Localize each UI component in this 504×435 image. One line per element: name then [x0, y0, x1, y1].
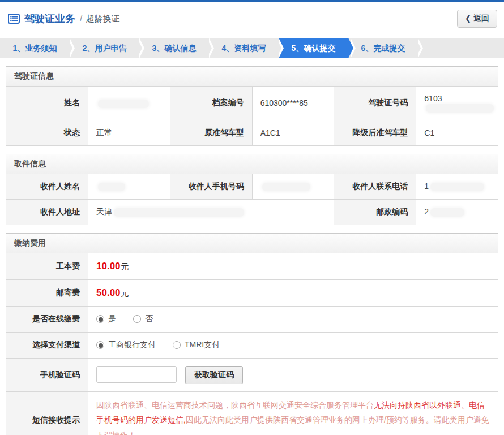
captcha-label: 手机验证码: [6, 358, 88, 391]
back-label: 返回: [473, 14, 489, 23]
text: 驾驶证号码: [368, 98, 408, 107]
text: 收件人联系电话: [352, 182, 408, 191]
text: 档案编号: [212, 98, 244, 107]
step-tab-1[interactable]: 1、业务须知: [0, 38, 70, 58]
table-row: 收件人地址天津邮政编码2: [6, 199, 498, 225]
text: 610300****85: [260, 98, 308, 107]
captcha-input[interactable]: [96, 366, 177, 383]
online-pay-options: 是否: [88, 306, 498, 332]
field-value: 610300****85: [252, 87, 334, 120]
step-tab-4[interactable]: 4、资料填写: [209, 38, 279, 58]
field-value: C1: [416, 120, 498, 145]
field-value: 正常: [88, 120, 170, 145]
back-button[interactable]: ❮返回: [457, 10, 497, 28]
radio-icon[interactable]: [96, 341, 104, 349]
radio-icon[interactable]: [96, 315, 104, 323]
text: 状态: [64, 128, 80, 137]
step-label: 6、完成提交: [361, 44, 405, 53]
text: 收件人手机号码: [189, 182, 244, 191]
pay-channel-option-2[interactable]: TMRI支付: [173, 340, 220, 350]
redacted-blur: [430, 208, 464, 217]
redacted-blur: [114, 208, 244, 217]
step-tab-3[interactable]: 3、确认信息: [139, 38, 209, 58]
step-tab-2[interactable]: 2、用户申告: [70, 38, 139, 58]
pay-channel-option-1[interactable]: 工商银行支付: [96, 340, 156, 350]
info-panels: 驾驶证信息姓名档案编号610300****85驾驶证号码6103状态正常原准驾车…: [0, 66, 504, 225]
radio-icon[interactable]: [133, 315, 141, 323]
fee-amount: 10.00: [96, 261, 121, 272]
field-label: 降级后准驾车型: [334, 120, 416, 145]
text: A1C1: [260, 128, 280, 137]
field-label: 原准驾车型: [170, 120, 252, 145]
payment-panel: 缴纳费用 工本费 10.00元 邮寄费 50.00元 是否在线缴费 是否: [6, 233, 498, 435]
table-row: 手机验证码 获取验证码: [6, 358, 498, 391]
step-label: 1、业务须知: [13, 44, 57, 53]
field-value: [88, 87, 170, 120]
radio-label: 否: [145, 314, 153, 324]
redacted-blur: [262, 183, 310, 191]
get-code-button[interactable]: 获取验证码: [185, 366, 243, 384]
text: 6103: [424, 94, 442, 103]
field-value: [252, 174, 334, 199]
field-label: 收件人手机号码: [170, 174, 252, 199]
step-label: 5、确认提交: [292, 44, 336, 53]
panel-title: 驾驶证信息: [6, 66, 498, 86]
text: 邮政编码: [376, 207, 408, 216]
fee-unit: 元: [121, 262, 129, 271]
text: 姓名: [64, 98, 80, 107]
main-content: 驾驶证信息姓名档案编号610300****85驾驶证号码6103状态正常原准驾车…: [0, 66, 504, 435]
pay-channel-options: 工商银行支付TMRI支付: [88, 332, 498, 358]
online-pay-option-1[interactable]: 是: [96, 314, 116, 324]
radio-label: 工商银行支付: [108, 340, 156, 350]
list-icon: [8, 14, 20, 24]
step-label: 2、用户申告: [83, 44, 127, 53]
table-row: 收件人姓名收件人手机号码收件人联系电话1: [6, 174, 498, 199]
table-row: 邮寄费 50.00元: [6, 279, 498, 306]
sms-tip-text: 因陕西省联通、电信运营商技术问题，陕西省互联网交通安全综合服务管理平台无法向持陕…: [88, 391, 498, 435]
sms-tip-part: 因陕西省联通、电信运营商技术问题，陕西省互联网交通安全综合服务管理平台: [96, 400, 374, 410]
fee-value: 10.00元: [88, 253, 498, 279]
table-row: 状态正常原准驾车型A1C1降级后准驾车型C1: [6, 120, 498, 145]
captcha-cell: 获取验证码: [88, 358, 498, 391]
info-table: 收件人姓名收件人手机号码收件人联系电话1收件人地址天津邮政编码2: [6, 174, 498, 225]
text: 收件人地址: [40, 207, 80, 216]
fee-label: 邮寄费: [6, 279, 88, 306]
redacted-blur: [430, 183, 484, 191]
field-label: 邮政编码: [334, 199, 416, 225]
online-pay-option-2[interactable]: 否: [133, 314, 153, 324]
redacted-blur: [98, 100, 149, 108]
step-tab-6[interactable]: 6、完成提交: [348, 38, 418, 58]
field-value: 6103: [416, 87, 498, 120]
field-label: 驾驶证号码: [334, 87, 416, 120]
top-bar: 驾驶证业务 / 超龄换证 ❮返回: [0, 2, 504, 35]
steps-filler: [418, 38, 504, 58]
info-panel-1: 驾驶证信息姓名档案编号610300****85驾驶证号码6103状态正常原准驾车…: [6, 66, 498, 146]
info-panel-2: 取件信息收件人姓名收件人手机号码收件人联系电话1收件人地址天津邮政编码2: [6, 154, 498, 225]
radio-label: 是: [108, 314, 116, 324]
page-title: 驾驶证业务: [24, 12, 75, 25]
text: 收件人姓名: [40, 182, 80, 191]
text: 降级后准驾车型: [352, 128, 408, 137]
sms-tip-label: 短信接收提示: [6, 391, 88, 435]
fee-unit: 元: [121, 288, 129, 298]
text: 天津: [96, 207, 112, 216]
text: 正常: [96, 128, 112, 137]
field-value: [88, 174, 170, 199]
text: C1: [424, 128, 434, 137]
text: 2: [424, 207, 429, 216]
field-value: 天津: [88, 199, 334, 225]
step-label: 3、确认信息: [152, 44, 197, 53]
back-chevron-icon: ❮: [465, 14, 471, 23]
step-label: 4、资料填写: [222, 44, 266, 53]
step-tab-5[interactable]: 5、确认提交: [279, 38, 348, 58]
field-label: 收件人姓名: [6, 174, 88, 199]
table-row: 工本费 10.00元: [6, 253, 498, 279]
fee-value: 50.00元: [88, 279, 498, 306]
field-value: 1: [416, 174, 498, 199]
panel-title: 取件信息: [6, 154, 498, 174]
radio-icon[interactable]: [173, 341, 181, 349]
field-value: 2: [416, 199, 498, 225]
radio-label: TMRI支付: [185, 340, 220, 350]
table-row: 姓名档案编号610300****85驾驶证号码6103: [6, 87, 498, 120]
table-row: 选择支付渠道 工商银行支付TMRI支付: [6, 332, 498, 358]
